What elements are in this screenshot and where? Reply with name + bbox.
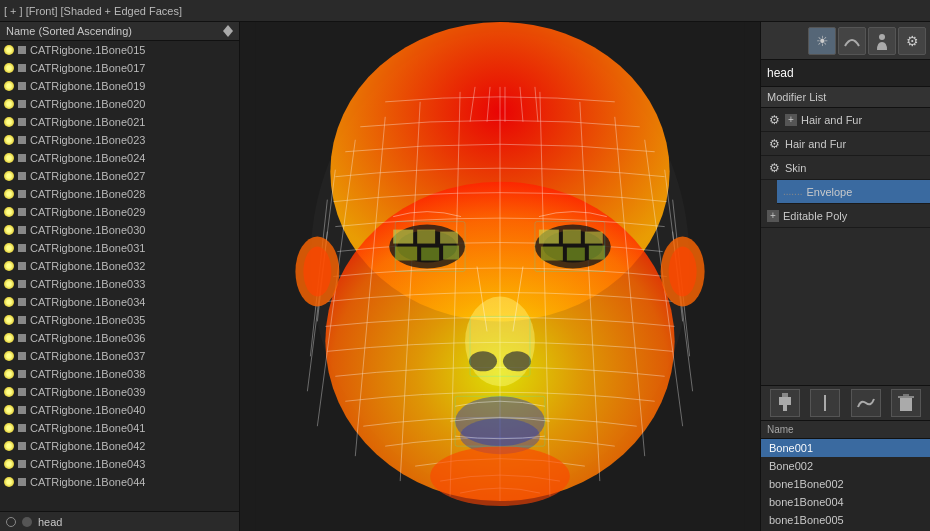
list-item[interactable]: CATRigbone.1Bone015 <box>0 41 239 59</box>
item-name: CATRigbone.1Bone021 <box>30 116 145 128</box>
bulb-icon <box>4 153 14 163</box>
arc-icon-btn[interactable] <box>838 27 866 55</box>
box-icon <box>18 244 26 252</box>
pin-button[interactable] <box>770 389 800 417</box>
mod-plus-icon[interactable]: + <box>767 210 779 222</box>
box-icon <box>18 118 26 126</box>
box-icon <box>18 226 26 234</box>
item-name: CATRigbone.1Bone017 <box>30 62 145 74</box>
svg-rect-20 <box>567 248 585 261</box>
scene-list[interactable]: CATRigbone.1Bone015 CATRigbone.1Bone017 … <box>0 41 239 511</box>
modifier-list-header: Modifier List <box>761 87 930 108</box>
list-item[interactable]: CATRigbone.1Bone041 <box>0 419 239 437</box>
mod-gear-icon: ⚙ <box>767 113 781 127</box>
list-item[interactable]: CATRigbone.1Bone023 <box>0 131 239 149</box>
list-item[interactable]: CATRigbone.1Bone034 <box>0 293 239 311</box>
gear-icon-btn[interactable]: ⚙ <box>898 27 926 55</box>
list-item[interactable]: CATRigbone.1Bone027 <box>0 167 239 185</box>
bar-button[interactable] <box>810 389 840 417</box>
list-item[interactable]: CATRigbone.1Bone039 <box>0 383 239 401</box>
person-icon-btn[interactable] <box>868 27 896 55</box>
wave-button[interactable] <box>851 389 881 417</box>
list-item[interactable]: CATRigbone.1Bone017 <box>0 59 239 77</box>
modifier-item-envelope[interactable]: .......Envelope <box>777 180 930 204</box>
item-name: CATRigbone.1Bone020 <box>30 98 145 110</box>
list-item[interactable]: CATRigbone.1Bone044 <box>0 473 239 491</box>
list-item[interactable]: CATRigbone.1Bone024 <box>0 149 239 167</box>
box-icon <box>18 136 26 144</box>
box-icon <box>18 172 26 180</box>
list-item[interactable]: CATRigbone.1Bone019 <box>0 77 239 95</box>
mod-name: Hair and Fur <box>785 138 846 150</box>
svg-rect-18 <box>585 232 603 244</box>
svg-point-22 <box>465 296 535 386</box>
list-item[interactable]: CATRigbone.1Bone020 <box>0 95 239 113</box>
mod-name: Envelope <box>806 186 852 198</box>
list-item[interactable]: CATRigbone.1Bone037 <box>0 347 239 365</box>
svg-rect-38 <box>779 397 791 405</box>
bone-item[interactable]: bone1Bone002 <box>761 475 930 493</box>
list-item[interactable]: CATRigbone.1Bone029 <box>0 203 239 221</box>
modifier-item-skin[interactable]: ⚙Skin <box>761 156 930 180</box>
list-item[interactable]: CATRigbone.1Bone040 <box>0 401 239 419</box>
item-name: CATRigbone.1Bone042 <box>30 440 145 452</box>
list-item[interactable]: CATRigbone.1Bone036 <box>0 329 239 347</box>
status-bar: head <box>0 511 239 531</box>
item-name: CATRigbone.1Bone033 <box>30 278 145 290</box>
bone-item[interactable]: Bone002 <box>761 457 930 475</box>
viewport[interactable] <box>240 22 760 531</box>
svg-marker-1 <box>223 31 233 37</box>
bulb-icon <box>4 81 14 91</box>
modifier-buttons <box>761 385 930 421</box>
svg-rect-40 <box>824 395 826 411</box>
trash-button[interactable] <box>891 389 921 417</box>
list-item[interactable]: CATRigbone.1Bone043 <box>0 455 239 473</box>
bulb-icon <box>4 297 14 307</box>
sun-icon-btn[interactable]: ☀ <box>808 27 836 55</box>
bulb-icon <box>4 99 14 109</box>
item-name: CATRigbone.1Bone028 <box>30 188 145 200</box>
svg-rect-11 <box>417 230 435 244</box>
item-name: CATRigbone.1Bone044 <box>30 476 145 488</box>
svg-rect-12 <box>440 232 458 244</box>
list-item[interactable]: CATRigbone.1Bone033 <box>0 275 239 293</box>
svg-rect-43 <box>903 394 909 396</box>
list-item[interactable]: CATRigbone.1Bone028 <box>0 185 239 203</box>
list-item[interactable]: CATRigbone.1Bone031 <box>0 239 239 257</box>
bulb-icon <box>4 63 14 73</box>
item-name: CATRigbone.1Bone041 <box>30 422 145 434</box>
list-item[interactable]: CATRigbone.1Bone038 <box>0 365 239 383</box>
bulb-icon <box>4 459 14 469</box>
modifier-stack[interactable]: ⚙+Hair and Fur⚙Hair and Fur⚙Skin.......E… <box>761 108 930 385</box>
box-icon <box>18 334 26 342</box>
modifier-item-hair-fur-2[interactable]: ⚙Hair and Fur <box>761 132 930 156</box>
bone-item[interactable]: bone1Bone004 <box>761 493 930 511</box>
modifier-item-editable-poly[interactable]: +Editable Poly <box>761 204 930 228</box>
bone-item[interactable]: Bone001 <box>761 439 930 457</box>
svg-marker-0 <box>223 25 233 31</box>
bone-header-label: Name <box>767 424 794 435</box>
scroll-arrow-icon <box>223 25 233 37</box>
list-item[interactable]: CATRigbone.1Bone032 <box>0 257 239 275</box>
list-item[interactable]: CATRigbone.1Bone021 <box>0 113 239 131</box>
bulb-icon <box>4 477 14 487</box>
bone-list[interactable]: Bone001Bone002bone1Bone002bone1Bone004bo… <box>761 439 930 531</box>
right-panel: ☀ ⚙ Modifier List ⚙+Hair and Fur⚙Hair an… <box>760 22 930 531</box>
bone-item[interactable]: bone1Bone005 <box>761 511 930 529</box>
box-icon <box>18 388 26 396</box>
object-name-input[interactable] <box>761 60 930 87</box>
svg-point-25 <box>469 351 497 371</box>
box-icon <box>18 298 26 306</box>
bulb-icon <box>4 171 14 181</box>
list-item[interactable]: CATRigbone.1Bone042 <box>0 437 239 455</box>
list-item[interactable]: CATRigbone.1Bone035 <box>0 311 239 329</box>
box-icon <box>18 442 26 450</box>
item-name: CATRigbone.1Bone036 <box>30 332 145 344</box>
mod-plus-icon[interactable]: + <box>785 114 797 126</box>
status-circle-icon <box>6 517 16 527</box>
modifier-item-hair-fur-1[interactable]: ⚙+Hair and Fur <box>761 108 930 132</box>
list-item[interactable]: CATRigbone.1Bone030 <box>0 221 239 239</box>
svg-point-36 <box>879 34 885 40</box>
bulb-icon <box>4 261 14 271</box>
list-header-label: Name (Sorted Ascending) <box>6 25 132 37</box>
